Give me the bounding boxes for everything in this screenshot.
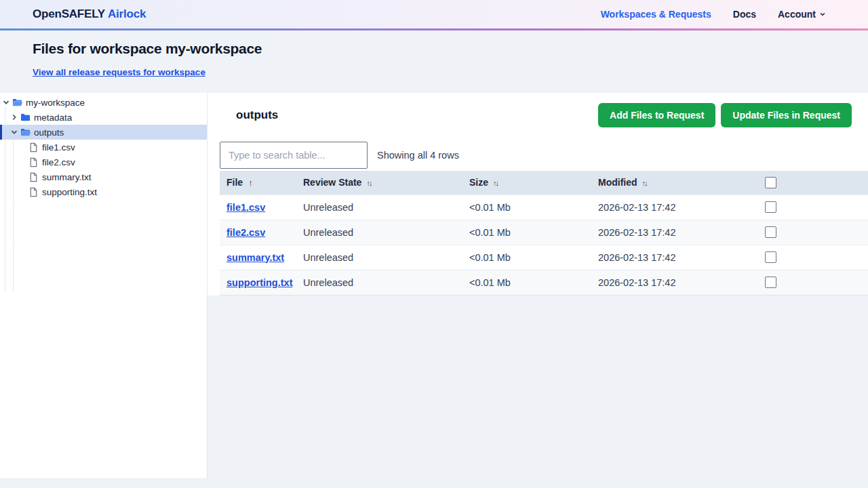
review-state-cell: Unreleased <box>296 270 462 295</box>
chevron-down-icon <box>10 128 18 136</box>
nav-links: Workspaces & Requests Docs Account <box>601 9 826 20</box>
add-files-to-request-button[interactable]: Add Files to Request <box>598 103 715 127</box>
logo-opensafely: OpenSAFELY <box>33 7 105 20</box>
table-header-row: File↑ Review State↑↓ Size↑↓ Modified↑↓ <box>220 171 868 195</box>
file-icon <box>28 187 39 197</box>
review-state-cell: Unreleased <box>296 195 462 220</box>
table-row: summary.txt Unreleased <0.01 Mb 2026-02-… <box>220 245 868 270</box>
nav-workspaces-requests[interactable]: Workspaces & Requests <box>601 9 711 20</box>
nav-docs[interactable]: Docs <box>733 9 756 20</box>
row-count-status: Showing all 4 rows <box>377 150 459 161</box>
column-header-review-state[interactable]: Review State↑↓ <box>296 171 462 195</box>
row-select-checkbox[interactable] <box>765 201 776 213</box>
table-row: file2.csv Unreleased <0.01 Mb 2026-02-13… <box>220 220 868 245</box>
chevron-right-icon <box>10 113 18 121</box>
file-icon <box>28 157 39 167</box>
row-select-checkbox[interactable] <box>765 251 776 263</box>
file-link[interactable]: file2.csv <box>226 227 265 238</box>
tree-item-label: my-workspace <box>26 98 85 108</box>
file-link[interactable]: summary.txt <box>226 252 284 263</box>
main-content: outputs Add Files to Request Update File… <box>208 93 868 296</box>
tree-item-file1-csv[interactable]: file1.csv <box>0 140 207 155</box>
tree-item-label: file2.csv <box>42 157 75 167</box>
column-header-modified[interactable]: Modified↑↓ <box>591 171 753 195</box>
column-header-file[interactable]: File↑ <box>220 171 296 195</box>
review-state-cell: Unreleased <box>296 245 462 270</box>
table-row: supporting.txt Unreleased <0.01 Mb 2026-… <box>220 270 868 295</box>
logo-airlock: Airlock <box>108 7 146 20</box>
sort-icon: ↑↓ <box>493 179 498 187</box>
row-select-checkbox[interactable] <box>765 277 776 288</box>
folder-open-icon <box>20 128 31 137</box>
sort-icon: ↑↓ <box>366 179 371 187</box>
tree-item-supporting-txt[interactable]: supporting.txt <box>0 184 207 199</box>
size-cell: <0.01 Mb <box>462 195 591 220</box>
sort-asc-icon: ↑ <box>248 178 253 188</box>
app-logo[interactable]: OpenSAFELYAirlock <box>33 7 146 21</box>
file-link[interactable]: file1.csv <box>226 202 265 213</box>
tree-item-label: file1.csv <box>42 142 75 152</box>
tree-item-metadata[interactable]: metadata <box>0 110 207 125</box>
modified-cell: 2026-02-13 17:42 <box>591 195 753 220</box>
chevron-down-icon <box>819 11 826 18</box>
nav-account-menu[interactable]: Account <box>778 9 826 20</box>
column-header-size[interactable]: Size↑↓ <box>462 171 591 195</box>
table-search-input[interactable] <box>220 142 368 169</box>
row-select-checkbox[interactable] <box>765 226 776 238</box>
folder-open-icon <box>12 98 22 107</box>
column-header-select <box>753 171 868 195</box>
tree-item-label: summary.txt <box>42 172 92 182</box>
tree-item-file2-csv[interactable]: file2.csv <box>0 155 207 169</box>
nav-account-label: Account <box>778 9 816 20</box>
update-files-in-request-button[interactable]: Update Files in Request <box>721 103 852 127</box>
folder-closed-icon <box>20 113 31 122</box>
directory-heading: outputs <box>236 108 278 122</box>
review-state-cell: Unreleased <box>296 220 462 245</box>
modified-cell: 2026-02-13 17:42 <box>591 270 753 295</box>
files-table: File↑ Review State↑↓ Size↑↓ Modified↑↓ <box>220 171 868 296</box>
table-row: file1.csv Unreleased <0.01 Mb 2026-02-13… <box>220 195 868 220</box>
file-icon <box>28 142 39 152</box>
chevron-down-icon <box>2 98 10 106</box>
tree-item-label: supporting.txt <box>42 187 97 197</box>
size-cell: <0.01 Mb <box>462 220 591 245</box>
tree-item-label: metadata <box>34 113 72 123</box>
outputs-panel: outputs Add Files to Request Update File… <box>208 93 868 296</box>
tree-item-outputs[interactable]: outputs <box>0 125 207 140</box>
size-cell: <0.01 Mb <box>462 245 591 270</box>
tree-item-summary-txt[interactable]: summary.txt <box>0 169 207 184</box>
modified-cell: 2026-02-13 17:42 <box>591 220 753 245</box>
page-header: Files for workspace my-workspace View al… <box>0 30 868 93</box>
view-release-requests-link[interactable]: View all release requests for workspace <box>33 67 205 77</box>
sort-icon: ↑↓ <box>642 179 647 187</box>
modified-cell: 2026-02-13 17:42 <box>591 245 753 270</box>
tree-item-my-workspace[interactable]: my-workspace <box>0 95 207 110</box>
file-icon <box>28 172 39 182</box>
top-navbar: OpenSAFELYAirlock Workspaces & Requests … <box>0 0 868 30</box>
file-tree-sidebar: my-workspace metadata outputs file1.csv … <box>0 93 208 479</box>
file-link[interactable]: supporting.txt <box>226 277 292 288</box>
size-cell: <0.01 Mb <box>462 270 591 295</box>
tree-item-label: outputs <box>34 127 64 138</box>
page-title: Files for workspace my-workspace <box>33 41 835 57</box>
select-all-checkbox[interactable] <box>765 177 776 188</box>
